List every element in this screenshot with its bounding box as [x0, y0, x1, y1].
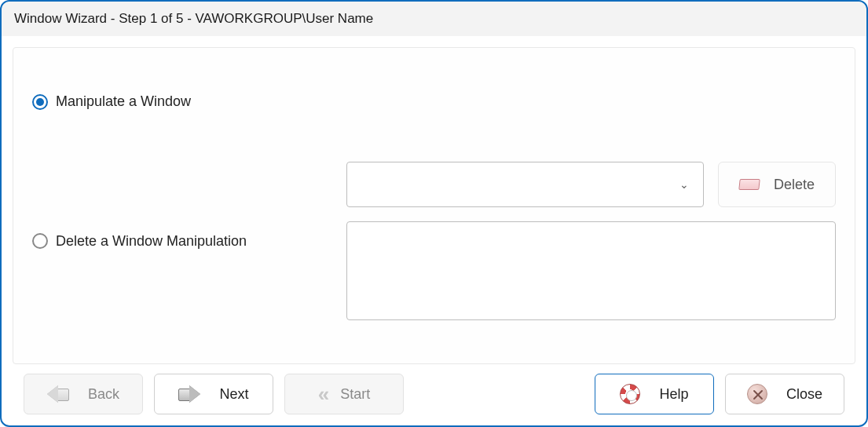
manipulation-combobox[interactable]: ⌄: [346, 162, 704, 207]
back-button-label: Back: [88, 386, 119, 403]
option-manipulate[interactable]: Manipulate a Window: [32, 93, 346, 110]
next-button[interactable]: Next: [154, 374, 273, 414]
close-button-label: Close: [786, 386, 822, 403]
next-button-label: Next: [219, 386, 248, 403]
option-delete-row: Delete a Window Manipulation ⌄ Delete: [32, 162, 836, 320]
back-button[interactable]: Back: [24, 374, 143, 414]
close-icon: [747, 384, 767, 404]
lifering-icon: [620, 384, 640, 404]
arrow-right-icon: [178, 385, 200, 403]
wizard-window: Window Wizard - Step 1 of 5 - VAWORKGROU…: [0, 0, 868, 427]
eraser-icon: [738, 179, 760, 190]
arrow-left-icon: [47, 385, 69, 403]
option-delete-label: Delete a Window Manipulation: [56, 233, 247, 250]
manipulation-listbox[interactable]: [346, 221, 836, 320]
wizard-footer: Back Next « Start Help Close: [13, 364, 855, 425]
chevron-down-icon: ⌄: [679, 178, 689, 191]
titlebar: Window Wizard - Step 1 of 5 - VAWORKGROU…: [2, 2, 866, 36]
content-area: Manipulate a Window Delete a Window Mani…: [2, 36, 866, 425]
start-button[interactable]: « Start: [284, 374, 404, 414]
window-title: Window Wizard - Step 1 of 5 - VAWORKGROU…: [14, 11, 373, 27]
help-button-label: Help: [659, 386, 688, 403]
double-chevron-left-icon: «: [318, 382, 321, 407]
help-button[interactable]: Help: [595, 374, 714, 414]
radio-unselected-icon: [32, 233, 48, 249]
close-button[interactable]: Close: [725, 374, 844, 414]
option-delete[interactable]: Delete a Window Manipulation: [32, 233, 346, 250]
option-manipulate-row: Manipulate a Window: [32, 93, 836, 110]
start-button-label: Start: [340, 386, 370, 403]
radio-selected-icon: [32, 94, 48, 110]
delete-controls-column: ⌄ Delete: [346, 162, 836, 320]
delete-button[interactable]: Delete: [718, 162, 836, 207]
delete-top-row: ⌄ Delete: [346, 162, 836, 207]
delete-button-label: Delete: [774, 177, 815, 193]
wizard-panel: Manipulate a Window Delete a Window Mani…: [13, 47, 855, 364]
option-manipulate-label: Manipulate a Window: [56, 93, 191, 110]
